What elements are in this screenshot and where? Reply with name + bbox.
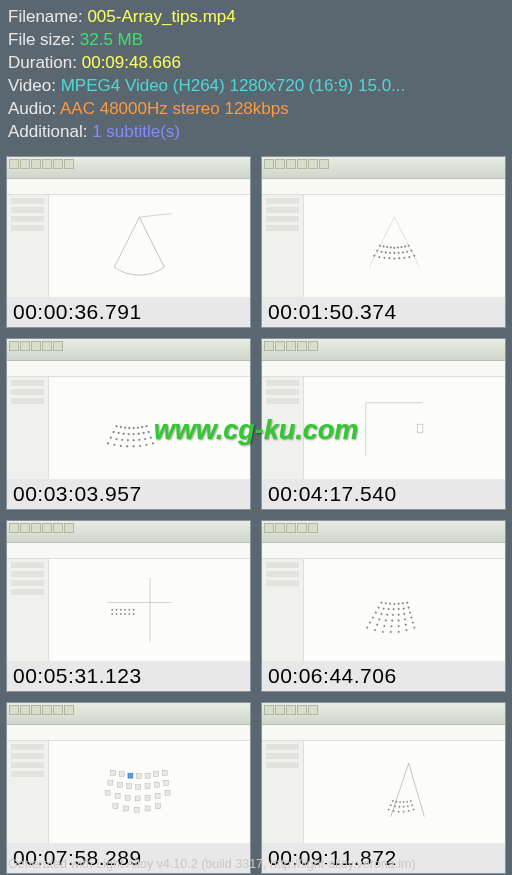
svg-point-115 (390, 631, 392, 633)
svg-point-25 (404, 257, 406, 259)
thumbnail-grid: 00:00:36.791 00:01:50.374 (0, 148, 512, 875)
svg-point-34 (141, 426, 143, 428)
thumbnail-cell[interactable]: 00:00:36.791 (6, 156, 251, 328)
thumbnail-cell[interactable]: 00:06:44.706 (261, 520, 506, 692)
svg-point-71 (112, 613, 114, 615)
svg-point-7 (401, 246, 403, 248)
timestamp: 00:00:36.791 (7, 297, 250, 327)
audio-label: Audio: (8, 99, 56, 118)
svg-point-85 (383, 608, 385, 610)
thumbnail-cell[interactable]: 00:09:11.872 (261, 702, 506, 874)
svg-point-29 (120, 426, 122, 428)
additional-label: Additional: (8, 122, 87, 141)
svg-point-96 (404, 613, 406, 615)
svg-point-81 (398, 603, 400, 605)
svg-point-58 (146, 444, 148, 446)
svg-point-32 (133, 427, 135, 429)
svg-rect-138 (155, 793, 160, 798)
svg-point-54 (120, 445, 122, 447)
duration-value: 00:09:48.666 (82, 53, 181, 72)
svg-point-151 (407, 801, 409, 803)
svg-rect-140 (113, 804, 118, 809)
thumbnail-cell[interactable]: 00:01:50.374 (261, 156, 506, 328)
svg-point-87 (393, 608, 395, 610)
svg-rect-129 (136, 784, 141, 789)
filename-value: 005-Array_tips.mp4 (87, 7, 235, 26)
svg-point-43 (148, 431, 150, 433)
svg-point-103 (404, 618, 406, 620)
svg-point-80 (394, 603, 396, 605)
timestamp: 00:06:44.706 (262, 661, 505, 691)
thumbnail-cell[interactable]: 00:03:03.957 (6, 338, 251, 510)
svg-point-4 (390, 247, 392, 249)
filename-row: Filename: 005-Array_tips.mp4 (8, 6, 504, 29)
svg-rect-126 (108, 780, 113, 785)
svg-point-118 (414, 627, 416, 629)
svg-point-102 (398, 619, 400, 621)
svg-point-160 (393, 810, 395, 812)
svg-point-156 (403, 806, 405, 808)
svg-point-79 (389, 603, 391, 605)
video-value: MPEG4 Video (H264) 1280x720 (16:9) 15.0.… (61, 76, 406, 95)
svg-point-35 (146, 425, 148, 427)
svg-point-59 (152, 442, 154, 444)
svg-point-76 (133, 613, 135, 615)
svg-point-21 (384, 257, 386, 259)
svg-rect-120 (119, 772, 124, 777)
timestamp: 00:05:31.123 (7, 661, 250, 691)
svg-point-41 (138, 433, 140, 435)
svg-rect-123 (145, 773, 150, 778)
svg-point-28 (116, 425, 118, 427)
svg-point-78 (385, 602, 387, 604)
svg-rect-128 (127, 784, 132, 789)
svg-point-108 (391, 625, 393, 627)
svg-rect-119 (111, 770, 116, 775)
svg-point-159 (388, 809, 390, 811)
svg-point-37 (118, 432, 120, 434)
svg-point-99 (379, 618, 381, 620)
svg-point-161 (398, 811, 400, 813)
svg-rect-135 (125, 795, 130, 800)
svg-point-13 (389, 252, 391, 254)
svg-rect-131 (154, 782, 159, 787)
svg-point-66 (116, 609, 118, 611)
svg-point-42 (143, 432, 145, 434)
svg-point-98 (372, 617, 374, 619)
video-row: Video: MPEG4 Video (H264) 1280x720 (16:9… (8, 75, 504, 98)
svg-point-73 (120, 613, 122, 615)
svg-point-2 (383, 245, 385, 247)
svg-point-53 (114, 444, 116, 446)
svg-line-146 (409, 763, 425, 817)
svg-point-20 (379, 256, 381, 258)
svg-point-51 (150, 437, 152, 439)
thumbnail-cell[interactable]: 00:04:17.540 (261, 338, 506, 510)
svg-point-26 (409, 256, 411, 258)
svg-point-55 (126, 445, 128, 447)
svg-rect-139 (165, 790, 170, 795)
svg-point-101 (391, 620, 393, 622)
svg-point-57 (139, 445, 141, 447)
additional-value: 1 subtitle(s) (92, 122, 180, 141)
svg-point-116 (398, 631, 400, 633)
svg-point-50 (144, 438, 146, 440)
video-label: Video: (8, 76, 56, 95)
svg-point-150 (403, 801, 405, 803)
svg-point-14 (394, 252, 396, 254)
svg-point-107 (384, 625, 386, 627)
filesize-label: File size: (8, 30, 75, 49)
thumbnail-image (7, 157, 250, 297)
svg-point-164 (413, 809, 415, 811)
thumbnail-cell[interactable]: 00:07:58.289 (6, 702, 251, 874)
thumbnail-cell[interactable]: 00:05:31.123 (6, 520, 251, 692)
svg-point-100 (385, 619, 387, 621)
svg-point-70 (133, 609, 135, 611)
audio-row: Audio: AAC 48000Hz stereo 128kbps (8, 98, 504, 121)
svg-point-110 (405, 624, 407, 626)
svg-point-5 (394, 247, 396, 249)
svg-point-84 (378, 607, 380, 609)
svg-point-114 (382, 631, 384, 633)
svg-point-40 (133, 433, 135, 435)
svg-point-111 (412, 622, 414, 624)
svg-point-30 (124, 427, 126, 429)
svg-point-48 (133, 439, 135, 441)
